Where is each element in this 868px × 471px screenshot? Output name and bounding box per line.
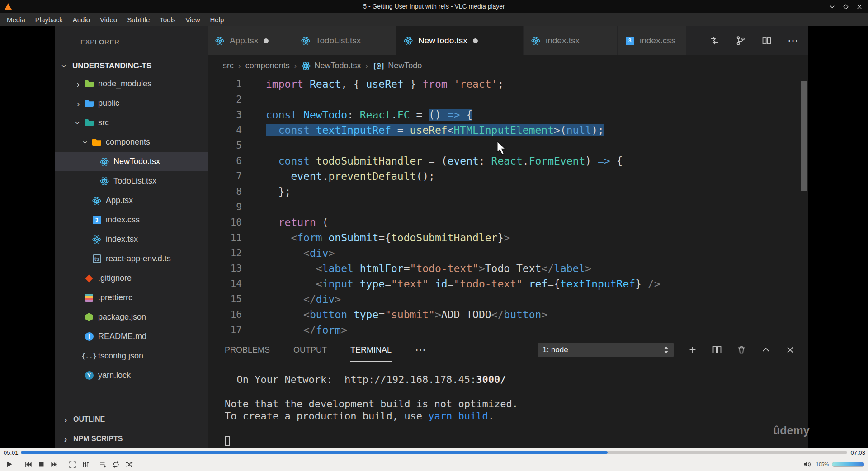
line-number: 8 xyxy=(208,186,242,197)
panel-more-icon[interactable]: ⋯ xyxy=(415,344,427,356)
speaker-icon[interactable] xyxy=(802,459,813,470)
tree-item-yarn-lock[interactable]: ›Yyarn.lock xyxy=(55,366,208,385)
tree-item-components[interactable]: ›components xyxy=(55,132,208,152)
css-icon: 3 xyxy=(91,215,103,226)
menu-media[interactable]: Media xyxy=(2,13,30,26)
random-button[interactable] xyxy=(123,459,134,470)
minimize-button[interactable] xyxy=(829,4,835,10)
stepper-icon xyxy=(663,345,669,355)
tab-index-tsx[interactable]: index.tsx xyxy=(524,26,618,55)
code-line-13[interactable]: 13 <label htmlFor="todo-text">Todo Text<… xyxy=(208,261,808,276)
split-terminal-button[interactable] xyxy=(712,344,722,355)
code-line-1[interactable]: 1import React, { useRef } from 'react'; xyxy=(208,76,808,92)
terminal-select[interactable]: 1: node xyxy=(538,343,674,357)
project-root-folder[interactable]: › UNDERSTANDING-TS xyxy=(55,58,208,74)
volume-slider[interactable] xyxy=(832,462,864,467)
react-icon xyxy=(91,195,103,206)
volume-percent: 105% xyxy=(816,462,829,467)
breadcrumb-item-newtodo-tsx[interactable]: NewTodo.tsx xyxy=(301,61,361,71)
tree-item-readme-md[interactable]: ›iREADME.md xyxy=(55,327,208,346)
tree-item-todolist-tsx[interactable]: ›TodoList.tsx xyxy=(55,171,208,191)
code-line-3[interactable]: 3const NewTodo: React.FC = () => { xyxy=(208,107,808,122)
code-line-6[interactable]: 6 const todoSubmitHandler = (event: Reac… xyxy=(208,153,808,169)
new-terminal-button[interactable] xyxy=(687,344,698,355)
chevron-right-icon: › xyxy=(61,415,71,424)
panel-tab-output[interactable]: OUTPUT xyxy=(293,338,327,362)
menu-tools[interactable]: Tools xyxy=(155,13,180,26)
tab-app-tsx[interactable]: App.tsx xyxy=(208,26,293,55)
menu-subtitle[interactable]: Subtitle xyxy=(122,13,155,26)
react-icon xyxy=(91,234,103,245)
fullscreen-button[interactable] xyxy=(67,459,78,470)
code-line-16[interactable]: 16 <button type="submit">ADD TODO</butto… xyxy=(208,307,808,322)
split-editor-icon[interactable] xyxy=(761,35,772,46)
panel-tab-terminal[interactable]: TERMINAL xyxy=(350,338,392,362)
line-number: 5 xyxy=(208,140,242,151)
code-line-4[interactable]: 4 const textInputRef = useRef<HTMLInputE… xyxy=(208,122,808,138)
tree-item-react-app-env-d-ts[interactable]: ›tsreact-app-env.d.ts xyxy=(55,249,208,268)
sidebar-section-npm-scripts[interactable]: › NPM SCRIPTS xyxy=(55,429,208,448)
tab-label: App.tsx xyxy=(230,36,258,46)
code-line-2[interactable]: 2 xyxy=(208,92,808,107)
tab-newtodo-tsx[interactable]: NewTodo.tsx xyxy=(396,26,524,55)
tree-item-public[interactable]: ›public xyxy=(55,94,208,113)
code-line-17[interactable]: 17 </form> xyxy=(208,322,808,338)
code-text: <button type="submit">ADD TODO</button> xyxy=(266,309,547,320)
code-line-14[interactable]: 14 <input type="text" id="todo-text" ref… xyxy=(208,276,808,292)
next-button[interactable] xyxy=(49,459,60,470)
tree-item-gitignore[interactable]: ›.gitignore xyxy=(55,268,208,288)
loop-button[interactable] xyxy=(110,459,121,470)
breadcrumb-item-newtodo[interactable]: [@]NewTodo xyxy=(373,61,422,71)
code-line-12[interactable]: 12 <div> xyxy=(208,245,808,261)
code-line-11[interactable]: 11 <form onSubmit={todoSubmitHandler}> xyxy=(208,230,808,245)
stop-button[interactable] xyxy=(36,459,47,470)
menu-help[interactable]: Help xyxy=(205,13,229,26)
tab-label: NewTodo.tsx xyxy=(418,36,467,46)
editor-scrollbar[interactable] xyxy=(801,81,807,191)
playlist-button[interactable] xyxy=(97,459,108,470)
panel-tab-problems[interactable]: PROBLEMS xyxy=(225,338,270,362)
tree-item-label: components xyxy=(106,137,150,147)
line-number: 16 xyxy=(208,309,242,320)
open-changes-icon[interactable] xyxy=(709,35,720,46)
more-actions-icon[interactable]: ⋯ xyxy=(788,35,798,46)
terminal-output[interactable]: On Your Network: http://192.168.178.45:3… xyxy=(225,373,799,447)
code-line-5[interactable]: 5 xyxy=(208,138,808,153)
code-line-7[interactable]: 7 event.preventDefault(); xyxy=(208,169,808,184)
code-line-10[interactable]: 10 return ( xyxy=(208,215,808,230)
tree-item-index-css[interactable]: ›3index.css xyxy=(55,210,208,230)
tree-item-newtodo-tsx[interactable]: ›NewTodo.tsx xyxy=(55,152,208,171)
tab-todolist-tsx[interactable]: TodoList.tsx xyxy=(293,26,396,55)
menu-view[interactable]: View xyxy=(180,13,205,26)
tree-item-app-tsx[interactable]: ›App.tsx xyxy=(55,191,208,210)
tree-item-index-tsx[interactable]: ›index.tsx xyxy=(55,230,208,249)
code-line-15[interactable]: 15 </div> xyxy=(208,292,808,307)
tree-item-prettierrc[interactable]: ›.prettierrc xyxy=(55,288,208,307)
menu-audio[interactable]: Audio xyxy=(68,13,95,26)
close-panel-button[interactable] xyxy=(785,344,796,355)
menu-playback[interactable]: Playback xyxy=(30,13,68,26)
sidebar-section-outline[interactable]: › OUTLINE xyxy=(55,410,208,429)
tab-index-css[interactable]: 3index.css xyxy=(618,26,686,55)
code-editor[interactable]: 1import React, { useRef } from 'react';2… xyxy=(208,76,808,338)
line-number: 15 xyxy=(208,294,242,305)
tree-item-src[interactable]: ›src xyxy=(55,113,208,132)
extended-settings-button[interactable] xyxy=(80,459,91,470)
maximize-panel-button[interactable] xyxy=(760,344,771,355)
seek-slider[interactable] xyxy=(21,451,847,454)
previous-button[interactable] xyxy=(23,459,33,470)
code-line-9[interactable]: 9 xyxy=(208,199,808,215)
maximize-button[interactable] xyxy=(843,4,849,10)
play-button[interactable] xyxy=(4,459,14,470)
menu-video[interactable]: Video xyxy=(95,13,122,26)
video-area[interactable]: EXPLORER › UNDERSTANDING-TS ›node_module… xyxy=(0,26,868,448)
code-line-8[interactable]: 8 }; xyxy=(208,184,808,199)
tree-item-tsconfig-json[interactable]: ›{..}tsconfig.json xyxy=(55,346,208,366)
close-button[interactable] xyxy=(856,4,863,10)
kill-terminal-button[interactable] xyxy=(736,344,747,355)
breadcrumb-item-src[interactable]: src xyxy=(223,61,234,71)
tree-item-package-json[interactable]: ›package.json xyxy=(55,307,208,327)
git-branch-icon[interactable] xyxy=(735,35,746,46)
tree-item-node-modules[interactable]: ›node_modules xyxy=(55,74,208,94)
breadcrumb-item-components[interactable]: components xyxy=(245,61,290,71)
